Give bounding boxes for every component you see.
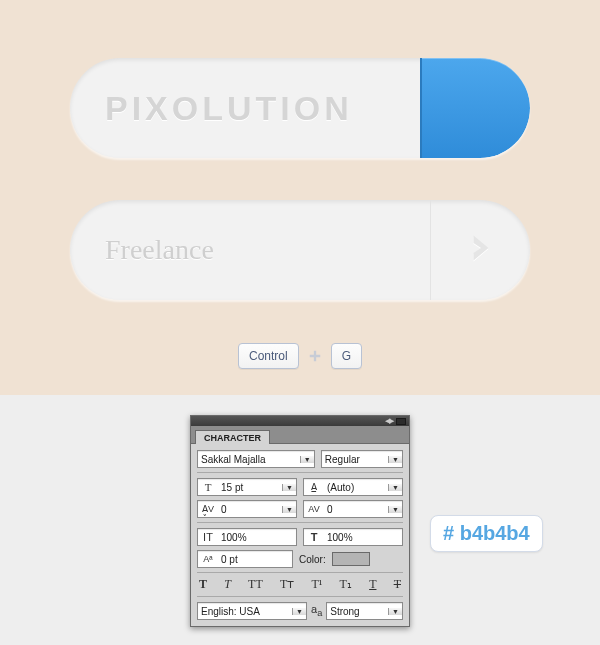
tab-character[interactable]: CHARACTER [195,430,270,444]
dropdown-arrow-icon[interactable]: ▼ [388,484,402,491]
plus-icon [307,348,323,364]
leading-icon: A̲ [304,482,324,492]
baseline-shift-icon: Aª [198,554,218,564]
hex-color-callout: # b4b4b4 [430,515,543,552]
kerning-icon: A̬V [198,504,218,514]
vertical-scale-icon: IT [198,531,218,543]
pill-label-freelance: Freelance [105,234,214,266]
tracking-icon: AV [304,504,324,514]
dropdown-arrow-icon[interactable]: ▼ [388,608,402,615]
blue-endcap [420,58,530,158]
antialias-icon: aa [311,603,322,618]
antialias-field[interactable]: Strong ▼ [326,602,403,620]
dropdown-arrow-icon[interactable]: ▼ [300,456,314,463]
vertical-scale-field[interactable]: IT 100% [197,528,297,546]
dropdown-arrow-icon[interactable]: ▼ [282,484,296,491]
panel-titlebar[interactable]: ◀▶ [191,416,409,426]
design-preview-area: PIXOLUTION Freelance Control G [0,0,600,395]
pill-button-pixolution[interactable]: PIXOLUTION [70,58,530,158]
arrow-endcap [430,200,530,300]
pill-button-freelance[interactable]: Freelance [70,200,530,300]
horizontal-scale-icon: T [304,531,324,543]
character-panel[interactable]: ◀▶ CHARACTER Sakkal Majalla ▼ Regular ▼ … [190,415,410,627]
dropdown-arrow-icon[interactable]: ▼ [388,506,402,513]
language-field[interactable]: English: USA ▼ [197,602,307,620]
style-superscript-icon[interactable]: T¹ [311,577,322,592]
collapse-arrows-icon[interactable]: ◀▶ [385,417,393,425]
font-size-icon: T [198,481,218,493]
color-label: Color: [299,554,326,565]
tracking-field[interactable]: AV 0 ▼ [303,500,403,518]
style-allcaps-icon[interactable]: TT [248,577,263,592]
style-smallcaps-icon[interactable]: Tᴛ [280,577,294,592]
style-underline-icon[interactable]: T [369,577,376,592]
kerning-field[interactable]: A̬V 0 ▼ [197,500,297,518]
key-control: Control [238,343,299,369]
pill-label-pixolution: PIXOLUTION [105,89,353,128]
font-family-field[interactable]: Sakkal Majalla ▼ [197,450,315,468]
font-style-field[interactable]: Regular ▼ [321,450,403,468]
panel-tab-row: CHARACTER [191,426,409,444]
baseline-shift-field[interactable]: Aª 0 pt [197,550,293,568]
style-bold-icon[interactable]: T [199,577,207,592]
key-g: G [331,343,362,369]
font-size-field[interactable]: T 15 pt ▼ [197,478,297,496]
panel-body: Sakkal Majalla ▼ Regular ▼ T 15 pt ▼ A̲ … [191,444,409,626]
color-swatch[interactable] [332,552,370,566]
panel-menu-icon[interactable] [396,418,406,425]
dropdown-arrow-icon[interactable]: ▼ [292,608,306,615]
style-subscript-icon[interactable]: T₁ [340,577,352,592]
style-italic-icon[interactable]: T [224,577,231,592]
dropdown-arrow-icon[interactable]: ▼ [388,456,402,463]
style-strikethrough-icon[interactable]: T [394,577,401,592]
keyboard-shortcut: Control G [0,343,600,369]
type-style-row: T T TT Tᴛ T¹ T₁ T T [197,572,403,597]
leading-field[interactable]: A̲ (Auto) ▼ [303,478,403,496]
chevron-right-icon [466,233,496,267]
horizontal-scale-field[interactable]: T 100% [303,528,403,546]
dropdown-arrow-icon[interactable]: ▼ [282,506,296,513]
panel-area: ◀▶ CHARACTER Sakkal Majalla ▼ Regular ▼ … [0,395,600,645]
